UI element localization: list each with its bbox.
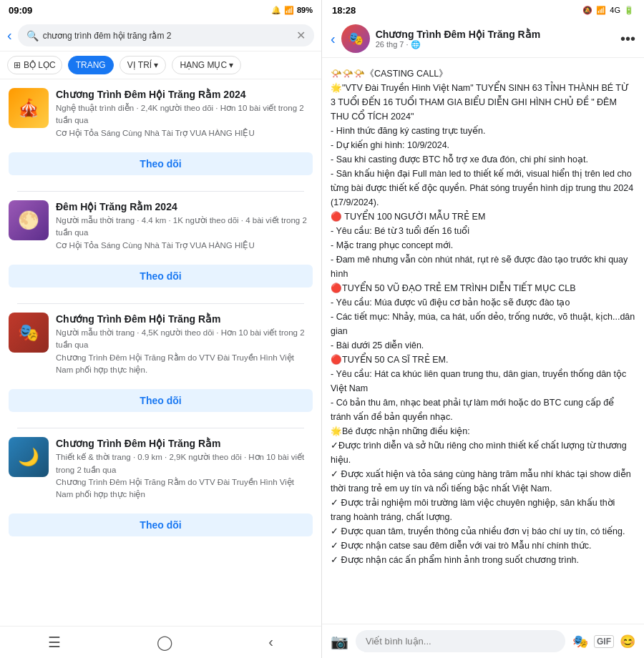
result-meta: Nghệ thuật trình diễn · 2,4K người theo … (56, 102, 313, 139)
filter-trang-label: TRANG (76, 60, 106, 70)
filter-label: BỘ LỌC (24, 60, 56, 70)
list-item: 🌙 Chương Trình Đêm Hội Trăng Rằm Thiết k… (0, 428, 321, 545)
avatar: 🌙 (9, 437, 49, 477)
right-time: 18:28 (332, 5, 356, 16)
sticker-icon[interactable]: 🎭 (572, 634, 588, 649)
search-input-wrap: 🔍 ✕ (18, 24, 314, 46)
left-status-icons: 🔔 📶 89% (271, 6, 313, 15)
result-info: Đêm Hội Trăng Rằm 2024 Người mẫu thời tr… (56, 200, 313, 252)
theo-doi-label-4: Theo dõi (140, 519, 181, 531)
page-back-button[interactable]: ‹ (331, 31, 336, 47)
left-panel: 09:09 🔔 📶 89% ‹ 🔍 ✕ ⊞ BỘ LỌC TRANG VỊ TR… (0, 0, 322, 658)
filter-icon-button[interactable]: ⊞ BỘ LỌC (7, 56, 62, 74)
page-sub: 26 thg 7 · 🌐 (376, 40, 615, 49)
bell-muted-icon: 🔕 (582, 6, 592, 15)
left-status-bar: 09:09 🔔 📶 89% (0, 0, 321, 20)
avatar: 🌕 (9, 200, 49, 240)
result-name: Chương Trình Đêm Hội Trăng Rằm 2024 (56, 88, 313, 101)
results-list: 🎪 Chương Trình Đêm Hội Trăng Rằm 2024 Ng… (0, 79, 321, 626)
theo-doi-label-3: Theo dõi (140, 395, 181, 406)
search-clear-button[interactable]: ✕ (296, 29, 306, 42)
page-avatar: 🎭 (341, 24, 370, 53)
theo-doi-button-4[interactable]: Theo dõi (9, 514, 313, 536)
battery-icon: 🔋 (624, 6, 634, 15)
list-item: 🌕 Đêm Hội Trăng Rằm 2024 Người mẫu thời … (0, 192, 321, 304)
result-name: Đêm Hội Trăng Rằm 2024 (56, 200, 313, 213)
page-header: ‹ 🎭 Chương Trình Đêm Hội Trăng Rằm 26 th… (322, 20, 644, 58)
filter-bar: ⊞ BỘ LỌC TRANG VỊ TRÍ ▾ HẠNG MỤC ▾ (0, 51, 321, 79)
filter-trang-button[interactable]: TRANG (68, 56, 114, 74)
post-text: 📯📯📯《CASTING CALL》 🌟"VTV Đài Truyền Hình … (331, 67, 635, 567)
result-meta: Người mẫu thời trang · 4.4 km · 1K người… (56, 215, 313, 252)
avatar: 🎪 (9, 88, 49, 128)
theo-doi-label-1: Theo dõi (140, 158, 181, 170)
right-status-bar: 18:28 🔕 📶 4G 🔋 (322, 0, 644, 20)
left-time: 09:09 (9, 5, 32, 16)
theo-doi-label-2: Theo dõi (140, 270, 181, 282)
emoji-icon[interactable]: 😊 (620, 634, 635, 649)
bottom-nav: ☰ ◯ ‹ (0, 626, 321, 658)
result-name: Chướng Trình Đêm Hội Trăng Rằm (56, 313, 313, 325)
list-item: 🎭 Chướng Trình Đêm Hội Trăng Rằm Người m… (0, 304, 321, 428)
theo-doi-button-3[interactable]: Theo dõi (9, 389, 313, 412)
comment-bar: 📷 🎭 GIF 😊 (322, 624, 644, 658)
camera-icon: 📷 (331, 633, 348, 650)
gif-button[interactable]: GIF (594, 635, 614, 648)
filter-icon: ⊞ (14, 60, 21, 70)
page-name: Chương Trình Đêm Hội Trăng Rằm (376, 29, 615, 40)
comment-icons: 🎭 GIF 😊 (572, 634, 635, 649)
divider (17, 303, 304, 304)
list-item: 🎪 Chương Trình Đêm Hội Trăng Rằm 2024 Ng… (0, 79, 321, 192)
result-info: Chương Trình Đêm Hội Trăng Rằm Thiết kế … (56, 437, 313, 501)
search-input[interactable] (43, 31, 292, 41)
result-meta: Thiết kế & thời trang · 0.9 km · 2,9K ng… (56, 451, 313, 501)
right-status-icons: 🔕 📶 4G 🔋 (582, 6, 634, 15)
search-back-button[interactable]: ‹ (7, 27, 12, 44)
result-name: Chương Trình Đêm Hội Trăng Rằm (56, 437, 313, 450)
page-more-button[interactable]: ••• (620, 31, 635, 47)
theo-doi-button-2[interactable]: Theo dõi (9, 265, 313, 288)
nav-back-icon[interactable]: ‹ (268, 634, 273, 651)
nav-home-icon[interactable]: ◯ (157, 634, 172, 651)
result-info: Chướng Trình Đêm Hội Trăng Rằm Người mẫu… (56, 313, 313, 376)
divider (17, 428, 304, 428)
filter-vitri-label: VỊ TRÍ ▾ (127, 60, 159, 70)
filter-hangmuc-button[interactable]: HẠNG MỤC ▾ (172, 56, 241, 74)
page-header-info: Chương Trình Đêm Hội Trăng Rằm 26 thg 7 … (376, 29, 615, 49)
result-info: Chương Trình Đêm Hội Trăng Rằm 2024 Nghệ… (56, 88, 313, 139)
right-panel: 18:28 🔕 📶 4G 🔋 ‹ 🎭 Chương Trình Đêm Hội … (322, 0, 644, 658)
result-meta: Người mẫu thời trang · 4,5K người theo d… (56, 327, 313, 376)
comment-input[interactable] (356, 630, 565, 652)
avatar: 🎭 (9, 313, 49, 353)
theo-doi-button-1[interactable]: Theo dõi (9, 152, 313, 175)
divider (17, 191, 304, 192)
nav-lines-icon[interactable]: ☰ (48, 634, 61, 651)
filter-hangmuc-label: HẠNG MỤC ▾ (180, 60, 233, 70)
search-icon: 🔍 (26, 30, 39, 41)
post-content: 📯📯📯《CASTING CALL》 🌟"VTV Đài Truyền Hình … (322, 58, 644, 624)
search-bar: ‹ 🔍 ✕ (0, 20, 321, 51)
filter-vitri-button[interactable]: VỊ TRÍ ▾ (119, 56, 167, 74)
